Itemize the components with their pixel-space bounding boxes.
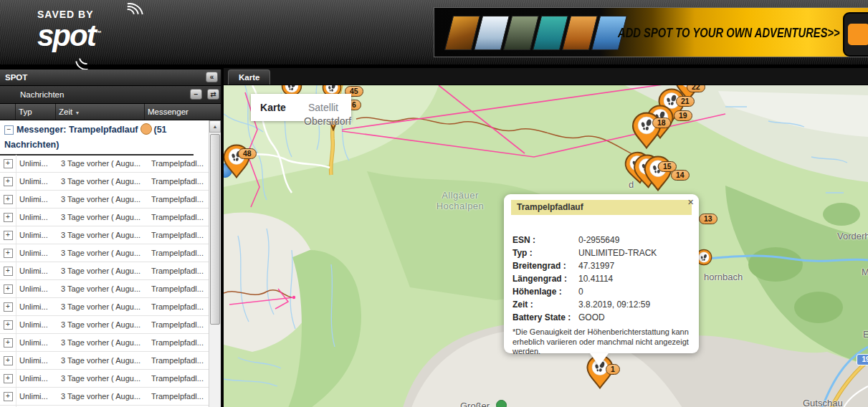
table-row[interactable]: + Unlimi... 3 Tage vorher ( Augu... Tram… xyxy=(0,244,209,262)
table-row[interactable]: + Unlimi... 3 Tage vorher ( Augu... Tram… xyxy=(0,173,209,191)
cell-zeit: 3 Tage vorher ( Augu... xyxy=(59,320,150,329)
table-row[interactable]: + Unlimi... 3 Tage vorher ( Augu... Tram… xyxy=(0,352,209,370)
cell-zeit: 3 Tage vorher ( Augu... xyxy=(59,392,150,401)
track-badge-48[interactable]: 48 xyxy=(238,148,257,159)
popup-tail xyxy=(590,353,609,366)
cell-messenger: Trampelpfadl... xyxy=(150,374,209,383)
table-row[interactable]: + Unlimi... 3 Tage vorher ( Augu... Tram… xyxy=(0,280,209,298)
expand-row-icon[interactable]: + xyxy=(4,356,13,365)
sidebar-collapse-button[interactable]: « xyxy=(206,72,218,82)
refresh-button[interactable]: ⇄ xyxy=(207,89,219,100)
table-row[interactable]: + Unlimi... 3 Tage vorher ( Augu... Tram… xyxy=(0,388,209,406)
map-type-karte[interactable]: Karte xyxy=(251,94,295,121)
place-label-m: M xyxy=(862,267,868,277)
expand-row-icon[interactable]: + xyxy=(4,374,13,383)
cell-zeit: 3 Tage vorher ( Augu... xyxy=(59,267,150,275)
track-badge-14[interactable]: 14 xyxy=(671,170,690,181)
place-label-oberstdorf: Oberstdorf xyxy=(304,115,351,127)
cell-zeit: 3 Tage vorher ( Augu... xyxy=(59,374,150,383)
place-label-hornbach: hornbach xyxy=(704,272,743,282)
scrollbar-thumb[interactable] xyxy=(210,134,220,325)
table-row[interactable]: + Unlimi... 3 Tage vorher ( Augu... Tram… xyxy=(0,191,209,209)
peak-icon xyxy=(496,400,507,407)
close-icon[interactable]: × xyxy=(687,196,694,207)
messages-table-body: −Messenger: Trampelpfadlauf(51 Nachricht… xyxy=(0,120,221,407)
scroll-up-button[interactable]: ▲ xyxy=(209,120,221,133)
cell-typ: Unlimi... xyxy=(16,320,59,329)
minimize-button[interactable]: − xyxy=(190,89,202,100)
track-badge-22[interactable]: 22 xyxy=(687,85,705,92)
table-row[interactable]: + Unlimi... 3 Tage vorher ( Augu... Tram… xyxy=(0,209,209,226)
cell-typ: Unlimi... xyxy=(16,159,59,168)
messenger-group-header[interactable]: −Messenger: Trampelpfadlauf(51 Nachricht… xyxy=(0,120,194,155)
expand-row-icon[interactable]: + xyxy=(4,320,13,330)
messages-section-bar: Nachrichten − ⇄ xyxy=(0,86,221,104)
expand-row-icon[interactable]: + xyxy=(4,159,13,168)
messages-section-label: Nachrichten xyxy=(20,90,64,99)
table-header: Typ Zeit ▼ Messenger xyxy=(0,104,221,120)
expand-row-icon[interactable]: + xyxy=(4,231,13,240)
table-row[interactable]: + Unlimi... 3 Tage vorher ( Augu... Tram… xyxy=(0,226,209,244)
cell-zeit: 3 Tage vorher ( Augu... xyxy=(59,338,150,347)
cell-zeit: 3 Tage vorher ( Augu... xyxy=(59,159,150,168)
cell-zeit: 3 Tage vorher ( Augu... xyxy=(59,231,150,239)
expand-row-icon[interactable]: + xyxy=(4,302,13,312)
cell-zeit: 3 Tage vorher ( Augu... xyxy=(59,213,150,221)
table-row[interactable]: + Unlimi... 3 Tage vorher ( Augu... Tram… xyxy=(0,262,209,280)
cell-typ: Unlimi... xyxy=(16,392,59,401)
place-label-vorderhornbach: Vorderhornbach xyxy=(837,231,868,241)
expand-row-icon[interactable]: + xyxy=(4,267,13,276)
spot-device-image xyxy=(843,12,868,57)
cell-messenger: Trampelpfadl... xyxy=(150,231,209,239)
cell-messenger: Trampelpfadl... xyxy=(150,302,209,311)
tab-karte[interactable]: Karte xyxy=(228,70,270,85)
track-badge-13[interactable]: 13 xyxy=(699,214,717,224)
expand-row-icon[interactable]: + xyxy=(4,284,13,294)
popup-field-row: ESN : 0-2955649 xyxy=(512,234,699,246)
expand-row-icon[interactable]: + xyxy=(4,195,13,204)
expand-row-icon[interactable]: + xyxy=(4,213,13,222)
spot-logo[interactable]: SAVED BY spot™ xyxy=(37,9,100,49)
cell-messenger: Trampelpfadl... xyxy=(150,320,209,329)
popup-field-row: Breitengrad : 47.31997 xyxy=(512,259,699,272)
track-badge-19[interactable]: 19 xyxy=(674,110,692,121)
table-row[interactable]: + Unlimi... 3 Tage vorher ( Augu... Tram… xyxy=(0,334,209,352)
table-row[interactable]: + Unlimi... 3 Tage vorher ( Augu... Tram… xyxy=(0,155,209,173)
cell-messenger: Trampelpfadl... xyxy=(150,284,209,293)
expand-row-icon[interactable]: + xyxy=(4,177,13,186)
cell-typ: Unlimi... xyxy=(16,195,59,204)
cell-typ: Unlimi... xyxy=(16,338,59,347)
place-label-grosser: Großer xyxy=(460,401,490,407)
trademark: ™ xyxy=(95,29,100,37)
ad-banner[interactable]: ADD SPOT TO YOUR OWN ADVENTURES>> xyxy=(434,7,868,57)
map-tab-bar: Karte xyxy=(224,68,868,85)
sidebar-scrollbar[interactable]: ▲ xyxy=(209,120,221,407)
column-zeit[interactable]: Zeit ▼ xyxy=(56,104,145,120)
expand-row-icon[interactable]: + xyxy=(4,338,13,348)
logo-spot-text: spot™ xyxy=(37,20,100,49)
ad-photo-strip xyxy=(449,16,625,50)
cell-typ: Unlimi... xyxy=(16,356,59,365)
track-badge-18[interactable]: 18 xyxy=(652,118,671,128)
popup-field-row: Höhenlage : 0 xyxy=(512,285,699,298)
column-typ[interactable]: Typ xyxy=(16,104,56,120)
column-messenger[interactable]: Messenger xyxy=(145,104,221,120)
expand-row-icon[interactable]: + xyxy=(4,249,13,258)
table-row[interactable]: + Unlimi... 3 Tage vorher ( Augu... Tram… xyxy=(0,316,209,334)
table-row[interactable]: + Unlimi... 3 Tage vorher ( Augu... Tram… xyxy=(0,298,209,316)
map-canvas[interactable]: Oberstdorf Allgäuer Hochalpen hornbach V… xyxy=(224,85,868,407)
cell-typ: Unlimi... xyxy=(16,374,59,383)
cell-messenger: Trampelpfadl... xyxy=(150,177,209,186)
cell-typ: Unlimi... xyxy=(16,284,59,293)
cell-zeit: 3 Tage vorher ( Augu... xyxy=(59,195,150,204)
cell-typ: Unlimi... xyxy=(16,177,59,186)
track-badge-21[interactable]: 21 xyxy=(676,96,695,107)
collapse-group-icon[interactable]: − xyxy=(4,125,14,135)
cell-messenger: Trampelpfadl... xyxy=(150,338,209,347)
expand-row-icon[interactable]: + xyxy=(4,392,13,401)
expand-column-header xyxy=(0,104,16,120)
sidebar-title-bar: SPOT « xyxy=(0,70,221,86)
place-label-gutschau: Gutschau xyxy=(803,398,843,407)
signal-arc-icon xyxy=(111,0,149,35)
table-row[interactable]: + Unlimi... 3 Tage vorher ( Augu... Tram… xyxy=(0,370,209,388)
